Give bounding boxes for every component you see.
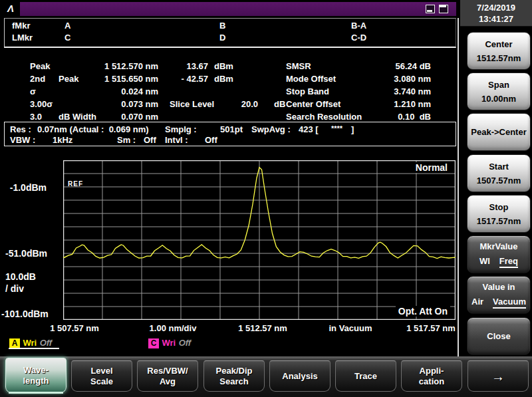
interval-value: Off [205,135,217,145]
y-axis-scale-label-2: / div [5,283,24,294]
softkey-center[interactable]: Center 1512.57nm [467,32,531,70]
trace-c-status[interactable]: C Wri Off [148,336,191,348]
x-axis-div-label: 1.00 nm/div [150,323,197,333]
osa-screen: Λ fMkr LMkr A C B D B-A C-D Peak 1 512.5… [0,0,532,397]
app-logo-icon: Λ [1,1,20,16]
trace-c-mode: Wri [162,338,176,348]
marker-a-label: A [65,21,70,31]
res-value: 0.07nm (Actual : 0.069 nm) [37,124,149,134]
arrow-right-icon: → [491,371,505,382]
y-axis-scale-label: 10.0dB [5,271,36,282]
time-display: 13:41:27 [460,13,532,25]
menu-next-page-button[interactable]: → [467,360,529,392]
window-titlebar[interactable] [1,2,456,16]
vbw-label: VBW : [10,135,35,145]
softkey-value-in-label: Value in [482,282,515,292]
date-display: 7/24/2019 [460,2,532,13]
trace-a-state: Off [40,338,53,348]
menu-level-scale-button[interactable]: LevelScale [71,360,132,392]
window-minimize-button[interactable] [426,5,435,13]
slice-level-value: 20.0 [219,99,258,109]
softkey-close[interactable]: Close [467,317,531,355]
ref-line-label: REF [68,180,83,188]
main-panel-divider [458,18,459,356]
spectrum-plot-svg [63,160,456,320]
slice-level-unit: dB [274,99,285,109]
smplg-value: 501pt [220,124,243,134]
softkey-stop-label: Stop [489,202,509,212]
menu-trace-button[interactable]: Trace [335,360,396,392]
softkey-stop[interactable]: Stop 1517.57nm [467,195,531,233]
value-in-option-vacuum[interactable]: Vacuum [493,297,526,309]
menu-wavelength-button[interactable]: Wave-length [5,358,66,393]
peak-wavelength: 1 512.570 nm [73,61,158,71]
marker-value-option-freq[interactable]: Freq [499,256,518,268]
db-width-label: 3.0 [30,112,42,122]
value-in-option-air[interactable]: Air [471,297,483,309]
trace-a-status[interactable]: A Wri Off [9,336,52,348]
sigma-label: σ [30,86,36,96]
y-axis-bottom-label: -101.0dBm [1,309,49,319]
marker-d-label: D [219,33,225,43]
softkey-stop-value: 1517.57nm [477,216,521,226]
stop-band-label: Stop Band [286,86,329,96]
function-menu-bar: Wave-length LevelScale Res/VBW/Avg Peak/… [0,356,532,397]
peak-label: Peak [30,61,50,71]
search-resolution-label: Search Resolution [286,112,362,122]
softkey-start[interactable]: Start 1507.57nm [467,154,531,192]
smoothing-value: Off [144,135,156,145]
swpavg-value: 423 [ [299,124,319,134]
softkey-span-label: Span [488,80,509,90]
slice-level-label: Slice Level [170,99,214,109]
peak-level-unit: dBm [214,61,233,71]
vbw-value: 1kHz [53,135,72,145]
three-sigma-label: 3.00σ [30,99,53,109]
softkey-start-value: 1507.57nm [477,176,521,186]
menu-application-button[interactable]: Appli-cation [401,360,462,392]
second-peak-level: - 42.57 [160,74,208,84]
db-width-value: 0.070 nm [73,112,158,122]
softkey-span-value: 10.00nm [481,94,516,104]
y-axis-ref-label: -1.0dBm [0,182,47,193]
marker-value-option-wl[interactable]: Wl [479,256,490,268]
marker-b-label: B [219,21,225,31]
menu-peak-dip-search-button[interactable]: Peak/DipSearch [203,360,265,392]
datetime-panel: 7/24/2019 13:41:27 [460,0,532,27]
search-resolution-value: 0.10 dB [359,112,431,122]
softkey-peak-to-center-label: Peak->Center [471,127,526,137]
y-axis-mid-label: -51.0dBm [5,248,47,259]
mode-offset-label: Mode Offset [286,74,336,84]
softkey-center-label: Center [485,39,512,49]
sweep-info-box: Res : 0.07nm (Actual : 0.069 nm) Smplg :… [4,122,456,146]
trace-a-badge: A [9,338,20,348]
optical-attenuator-status: Opt. Att On [396,306,450,317]
spectrum-plot: REF Normal Opt. Att On [63,160,456,320]
lmkr-label: LMkr [12,33,33,43]
window-maximize-button[interactable] [439,5,448,13]
x-axis-medium-label: in Vacuum [329,323,372,333]
sigma-value: 0.024 nm [73,86,158,96]
res-label: Res : [10,124,31,134]
softkey-start-label: Start [489,162,509,172]
marker-ba-label: B-A [351,21,366,31]
menu-res-vbw-avg-button[interactable]: Res/VBW/Avg [137,360,198,392]
swpavg-bracket-close: ] [351,124,354,134]
smsr-label: SMSR [286,61,311,71]
softkey-peak-to-center[interactable]: Peak->Center [467,113,531,151]
softkey-close-label: Close [487,331,510,341]
sweep-mode-label: Normal [413,162,450,173]
x-axis-start-label: 1 507.57 nm [50,323,99,333]
second-peak-label: 2nd [30,74,45,84]
softkey-marker-value-label: MkrValue [479,241,517,251]
marker-cd-label: C-D [351,33,366,43]
smoothing-label: Sm : [117,135,136,145]
marker-header [4,18,456,48]
softkey-value-in[interactable]: Value in Air Vacuum [467,276,531,314]
second-peak-wavelength: 1 515.650 nm [73,74,158,84]
center-offset-label: Center Offset [286,99,340,109]
softkey-marker-value[interactable]: MkrValue Wl Freq [467,235,531,273]
menu-analysis-button[interactable]: Analysis [269,360,331,392]
trace-c-state: Off [179,338,192,348]
trace-a-active-underline [9,348,59,349]
softkey-span[interactable]: Span 10.00nm [467,72,531,110]
